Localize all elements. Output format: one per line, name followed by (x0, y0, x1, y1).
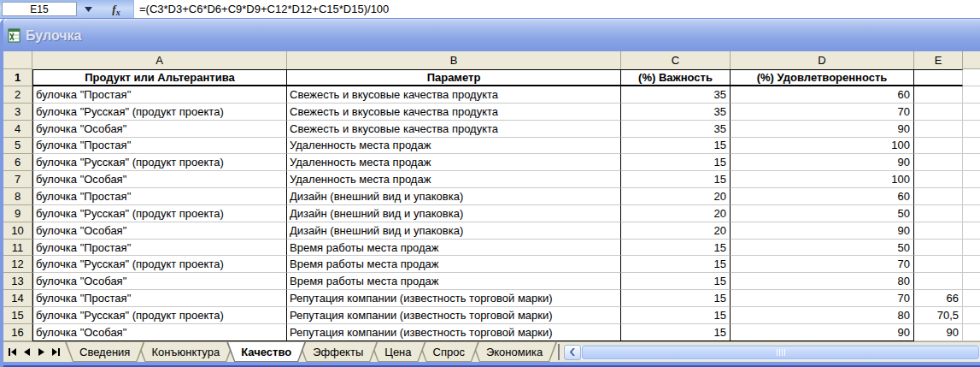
cell-score[interactable] (914, 154, 963, 171)
cell-satisfaction[interactable]: 70 (731, 290, 914, 307)
cell-empty[interactable] (963, 171, 980, 188)
cell-product[interactable]: булочка "Простая" (32, 188, 287, 205)
cell-parameter[interactable]: Дизайн (внешний вид и упаковка) (287, 205, 621, 222)
cell-satisfaction[interactable]: 100 (731, 138, 914, 155)
cell-product[interactable]: булочка "Русская" (продукт проекта) (32, 256, 287, 273)
name-box-dropdown-button[interactable] (77, 0, 99, 18)
cell-f1[interactable] (963, 69, 980, 86)
cell-score[interactable] (914, 86, 963, 104)
cell-parameter[interactable]: Свежесть и вкусовые качества продукта (287, 104, 621, 121)
cell-empty[interactable] (963, 104, 980, 121)
cell-satisfaction[interactable]: 80 (731, 273, 914, 290)
cell-product[interactable]: булочка "Русская" (продукт проекта) (32, 104, 287, 121)
row-number[interactable]: 2 (3, 86, 32, 104)
cell-product[interactable]: булочка "Особая" (32, 171, 287, 188)
cell-score[interactable] (914, 222, 963, 240)
scrollbar-thumb[interactable] (582, 346, 979, 359)
first-sheet-button[interactable] (6, 345, 19, 359)
cell-satisfaction[interactable]: 90 (731, 324, 914, 341)
cell-satisfaction[interactable]: 50 (731, 205, 914, 222)
cell-b1[interactable]: Параметр (287, 69, 621, 86)
cell-satisfaction[interactable]: 90 (731, 222, 914, 240)
cell-parameter[interactable]: Время работы места продаж (287, 256, 621, 273)
cell-empty[interactable] (963, 240, 980, 257)
cell-satisfaction[interactable]: 90 (731, 154, 914, 171)
cell-empty[interactable] (963, 138, 980, 155)
scroll-left-button[interactable] (564, 345, 581, 360)
column-header-partial[interactable] (963, 51, 980, 69)
cell-parameter[interactable]: Репутация компании (известность торговой… (287, 290, 621, 307)
row-number[interactable]: 1 (3, 69, 32, 86)
cell-satisfaction[interactable]: 60 (731, 188, 914, 205)
tab-tsena[interactable]: Цена Цена (370, 342, 425, 362)
cell-empty[interactable] (963, 290, 980, 307)
select-all-corner[interactable] (3, 51, 32, 69)
cell-parameter[interactable]: Дизайн (внешний вид и упаковка) (287, 188, 621, 205)
row-number[interactable]: 7 (3, 171, 32, 188)
cell-empty[interactable] (963, 222, 980, 240)
cell-parameter[interactable]: Время работы места продаж (287, 273, 621, 290)
cell-importance[interactable]: 15 (621, 256, 731, 273)
cell-parameter[interactable]: Репутация компании (известность торговой… (287, 324, 621, 341)
insert-function-button[interactable]: fx (99, 0, 133, 18)
tab-spros[interactable]: Спрос Спрос (419, 342, 479, 362)
cell-importance[interactable]: 35 (621, 121, 731, 138)
cell-parameter[interactable]: Время работы места продаж (287, 240, 621, 257)
cell-parameter[interactable]: Удаленность места продаж (287, 154, 621, 171)
cell-product[interactable]: булочка "Простая" (32, 86, 287, 104)
cell-empty[interactable] (963, 154, 980, 171)
cell-parameter[interactable]: Удаленность места продаж (287, 171, 621, 188)
cell-satisfaction[interactable]: 50 (731, 240, 914, 257)
cell-importance[interactable]: 15 (621, 171, 731, 188)
cell-product[interactable]: булочка "Простая" (32, 240, 287, 257)
scrollbar-track[interactable] (581, 345, 980, 360)
cell-product[interactable]: булочка "Простая" (32, 290, 287, 307)
cell-score[interactable] (914, 273, 963, 290)
row-number[interactable]: 14 (3, 290, 32, 307)
cell-a1[interactable]: Продукт или Альтерантива (32, 69, 287, 86)
row-number[interactable]: 16 (3, 324, 32, 341)
cell-importance[interactable]: 35 (621, 86, 731, 104)
tab-split-handle[interactable] (558, 344, 561, 360)
tab-svedeniya[interactable]: Сведения Сведения (65, 342, 144, 362)
cell-score[interactable]: 90 (914, 324, 963, 341)
cell-importance[interactable]: 15 (621, 154, 731, 171)
row-number[interactable]: 11 (3, 240, 32, 257)
cell-empty[interactable] (963, 205, 980, 222)
cell-c1[interactable]: (%) Важность (621, 69, 731, 86)
cell-product[interactable]: булочка "Особая" (32, 121, 287, 138)
cell-empty[interactable] (963, 86, 980, 104)
cell-score[interactable] (914, 240, 963, 257)
column-header-b[interactable]: B (287, 51, 621, 69)
row-number[interactable]: 8 (3, 188, 32, 205)
name-box[interactable]: E15 (2, 2, 77, 16)
row-number[interactable]: 3 (3, 104, 32, 121)
cell-parameter[interactable]: Дизайн (внешний вид и упаковка) (287, 222, 621, 240)
row-number[interactable]: 13 (3, 273, 32, 290)
cell-empty[interactable] (963, 307, 980, 324)
formula-input[interactable]: =(C3*D3+C6*D6+C9*D9+C12*D12+C15*D15)/100 (133, 0, 980, 18)
row-number[interactable]: 4 (3, 121, 32, 138)
cell-importance[interactable]: 15 (621, 240, 731, 257)
cell-parameter[interactable]: Свежесть и вкусовые качества продукта (287, 86, 621, 104)
cell-score[interactable]: 70,5 (914, 307, 963, 324)
column-header-a[interactable]: A (32, 51, 287, 69)
cell-score[interactable] (914, 188, 963, 205)
cell-satisfaction[interactable]: 70 (731, 104, 914, 121)
column-header-c[interactable]: C (621, 51, 731, 69)
cell-product[interactable]: булочка "Русская" (продукт проекта) (32, 307, 287, 324)
cell-parameter[interactable]: Репутация компании (известность торговой… (287, 307, 621, 324)
cell-parameter[interactable]: Удаленность места продаж (287, 138, 621, 155)
cell-product[interactable]: булочка "Русская" (продукт проекта) (32, 205, 287, 222)
previous-sheet-button[interactable] (21, 345, 33, 359)
row-number[interactable]: 15 (3, 307, 32, 324)
cell-d1[interactable]: (%) Удовлетворенность (731, 69, 914, 86)
cell-empty[interactable] (963, 256, 980, 273)
cell-empty[interactable] (963, 121, 980, 138)
cell-score[interactable] (914, 138, 963, 155)
cell-satisfaction[interactable]: 60 (731, 86, 914, 104)
row-number[interactable]: 6 (3, 154, 32, 171)
cell-product[interactable]: булочка "Особая" (32, 273, 287, 290)
cell-product[interactable]: булочка "Особая" (32, 222, 287, 240)
tab-ekonomika[interactable]: Экономика Экономика (472, 342, 557, 362)
